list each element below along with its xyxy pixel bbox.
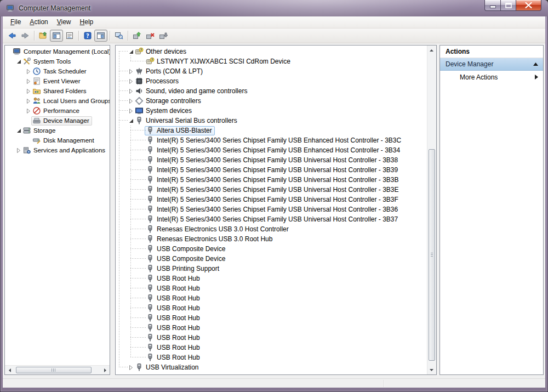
usb-icon bbox=[146, 235, 155, 243]
show-console-tree-button[interactable] bbox=[50, 30, 63, 42]
close-button[interactable] bbox=[516, 0, 541, 11]
tree-item[interactable]: USB Composite Device bbox=[116, 254, 427, 264]
tree-item[interactable]: Computer Management (Local) bbox=[5, 47, 110, 56]
collapse-chevron-icon[interactable] bbox=[533, 63, 538, 66]
tree-item[interactable]: USB Root Hub bbox=[116, 293, 427, 303]
tree-item[interactable]: USB Root Hub bbox=[116, 303, 427, 313]
tree-expander-icon[interactable] bbox=[15, 56, 22, 66]
tree-item[interactable]: Event Viewer bbox=[5, 76, 110, 86]
tree-expander-icon[interactable] bbox=[25, 66, 32, 76]
tree-item[interactable]: Performance bbox=[5, 106, 110, 116]
minimize-button[interactable] bbox=[484, 0, 501, 11]
tree-item[interactable]: Sound, video and game controllers bbox=[116, 86, 427, 96]
tree-expander-icon[interactable] bbox=[128, 86, 134, 96]
tree-item[interactable]: System devices bbox=[116, 106, 427, 116]
tree-item[interactable]: Renesas Electronics USB 3.0 Host Control… bbox=[116, 224, 427, 234]
usb-icon bbox=[146, 254, 155, 263]
tree-expander-icon[interactable] bbox=[128, 76, 134, 86]
tree-item[interactable]: Intel(R) 5 Series/3400 Series Chipset Fa… bbox=[116, 195, 427, 204]
tree-item[interactable]: ?Other devices bbox=[116, 47, 427, 56]
tree-expander-icon[interactable] bbox=[25, 96, 32, 106]
tree-item[interactable]: Processors bbox=[116, 76, 427, 86]
tree-item[interactable]: Intel(R) 5 Series/3400 Series Chipset Fa… bbox=[116, 145, 427, 155]
tree-item[interactable]: USB Printing Support bbox=[116, 264, 427, 274]
tree-item[interactable]: Task Scheduler bbox=[5, 66, 110, 76]
up-one-level-button[interactable] bbox=[37, 30, 50, 42]
tree-item[interactable]: Intel(R) 5 Series/3400 Series Chipset Fa… bbox=[116, 165, 427, 175]
horizontal-scrollbar[interactable] bbox=[5, 365, 110, 374]
tree-item[interactable]: System Tools bbox=[5, 56, 110, 66]
tree-item-label: Intel(R) 5 Series/3400 Series Chipset Fa… bbox=[157, 146, 400, 155]
tree-expander-icon[interactable] bbox=[128, 96, 134, 106]
tree-item[interactable]: Intel(R) 5 Series/3400 Series Chipset Fa… bbox=[116, 185, 427, 195]
forward-button[interactable] bbox=[19, 30, 32, 42]
tree-item[interactable]: USB Root Hub bbox=[116, 353, 427, 362]
usb-icon bbox=[135, 116, 144, 125]
tree-item[interactable]: Disk Management bbox=[5, 135, 110, 145]
tree-expander-icon[interactable] bbox=[128, 362, 134, 372]
scroll-down-button[interactable] bbox=[427, 365, 436, 374]
help-button[interactable]: ? bbox=[81, 30, 94, 42]
tree-item-label: USB Composite Device bbox=[157, 245, 225, 254]
tree-item[interactable]: Altera USB-Blaster bbox=[116, 126, 427, 135]
tree-item[interactable]: Renesas Electronics USB 3.0 Root Hub bbox=[116, 234, 427, 244]
tree-item[interactable]: USB Root Hub bbox=[116, 283, 427, 293]
tree-item[interactable]: ?LSTWNYT XIJWXABC1 SCSI CdRom Device bbox=[116, 56, 427, 66]
tree-expander-icon[interactable] bbox=[128, 106, 134, 116]
scroll-right-button[interactable] bbox=[100, 366, 110, 375]
tree-item[interactable]: Device Manager bbox=[5, 116, 110, 126]
maximize-button[interactable] bbox=[501, 0, 516, 11]
system-device-icon bbox=[135, 106, 144, 115]
usb-icon bbox=[146, 175, 155, 184]
tree-item[interactable]: USB Root Hub bbox=[116, 313, 427, 323]
tree-expander-icon[interactable] bbox=[25, 106, 32, 116]
action-pane-icon bbox=[96, 31, 105, 40]
usb-icon bbox=[146, 136, 155, 145]
menu-view[interactable]: View bbox=[53, 16, 76, 28]
tree-item[interactable]: Intel(R) 5 Series/3400 Series Chipset Fa… bbox=[116, 155, 427, 165]
scrollbar-thumb[interactable] bbox=[16, 367, 92, 373]
computer-icon bbox=[13, 47, 21, 56]
tree-item[interactable]: Intel(R) 5 Series/3400 Series Chipset Fa… bbox=[116, 135, 427, 145]
menu-action[interactable]: Action bbox=[25, 16, 52, 28]
tree-item[interactable]: Storage controllers bbox=[116, 96, 427, 106]
tree-item[interactable]: Local Users and Groups bbox=[5, 96, 110, 106]
tree-item[interactable]: USB Virtualization bbox=[116, 362, 427, 372]
tree-item[interactable]: USB Composite Device bbox=[116, 244, 427, 254]
tree-item[interactable]: Storage bbox=[5, 126, 110, 135]
uninstall-device-button[interactable] bbox=[144, 30, 157, 42]
more-actions-item[interactable]: More Actions bbox=[440, 71, 543, 83]
tree-expander-icon[interactable] bbox=[128, 66, 134, 76]
disable-device-button[interactable] bbox=[157, 30, 170, 42]
tree-item[interactable]: USB Root Hub bbox=[116, 343, 427, 353]
tree-expander-icon[interactable] bbox=[128, 47, 134, 56]
scroll-left-button[interactable] bbox=[5, 366, 14, 375]
tree-item[interactable]: Intel(R) 5 Series/3400 Series Chipset Fa… bbox=[116, 214, 427, 224]
tree-item[interactable]: Shared Folders bbox=[5, 86, 110, 96]
tree-expander-icon[interactable] bbox=[25, 76, 32, 86]
properties-button[interactable] bbox=[63, 30, 76, 42]
update-driver-button[interactable] bbox=[130, 30, 144, 42]
back-button[interactable] bbox=[5, 30, 19, 42]
scan-hardware-button[interactable] bbox=[112, 30, 125, 42]
tree-item[interactable]: USB Root Hub bbox=[116, 323, 427, 333]
vertical-scrollbar[interactable] bbox=[427, 46, 436, 374]
tree-item[interactable]: Intel(R) 5 Series/3400 Series Chipset Fa… bbox=[116, 175, 427, 185]
tree-item[interactable]: USB Root Hub bbox=[116, 333, 427, 343]
tree-item[interactable]: Intel(R) 5 Series/3400 Series Chipset Fa… bbox=[116, 204, 427, 214]
task-scheduler-icon bbox=[32, 67, 41, 76]
tree-expander-icon[interactable] bbox=[25, 86, 32, 96]
scroll-up-button[interactable] bbox=[427, 46, 436, 55]
actions-group-device-manager[interactable]: Device Manager bbox=[440, 58, 543, 71]
menu-file[interactable]: File bbox=[6, 16, 25, 28]
menu-help[interactable]: Help bbox=[76, 16, 98, 28]
tree-item[interactable]: Services and Applications bbox=[5, 145, 110, 155]
tree-item[interactable]: USB Root Hub bbox=[116, 274, 427, 283]
show-action-pane-button[interactable] bbox=[94, 30, 107, 42]
tree-expander-icon[interactable] bbox=[128, 116, 134, 126]
tree-item[interactable]: Ports (COM & LPT) bbox=[116, 66, 427, 76]
tree-item[interactable]: Universal Serial Bus controllers bbox=[116, 116, 427, 126]
tree-expander-icon[interactable] bbox=[15, 126, 22, 135]
scrollbar-thumb[interactable] bbox=[429, 149, 435, 361]
tree-expander-icon[interactable] bbox=[15, 145, 22, 155]
